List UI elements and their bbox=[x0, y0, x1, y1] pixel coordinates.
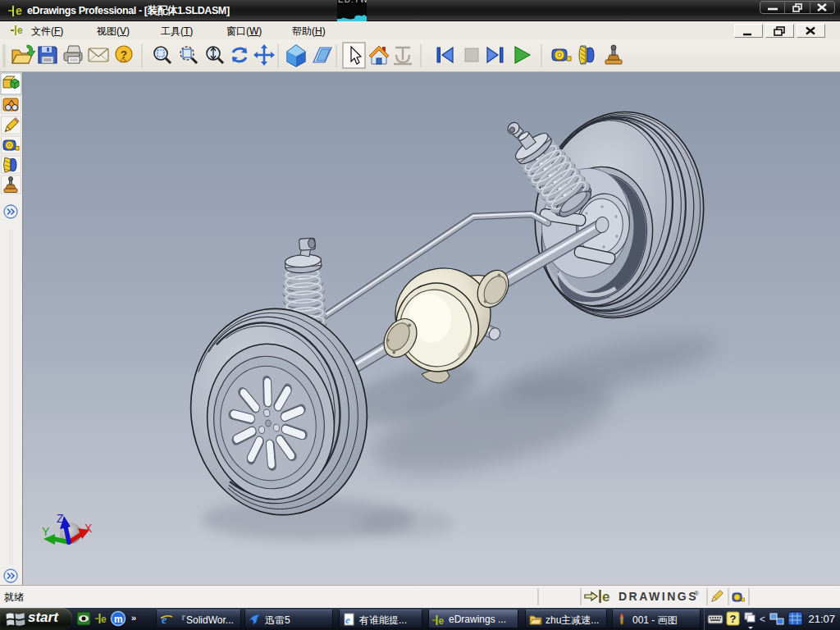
svg-text:e: e bbox=[101, 614, 107, 625]
svg-text:X: X bbox=[84, 522, 93, 535]
svg-text:?: ? bbox=[121, 48, 127, 61]
svg-text:®: ® bbox=[694, 590, 699, 597]
svg-text:e: e bbox=[17, 25, 23, 36]
svg-text:»: » bbox=[131, 613, 136, 623]
svg-text:e: e bbox=[345, 614, 350, 626]
svg-text:<: < bbox=[760, 614, 765, 625]
svg-text:e: e bbox=[602, 589, 609, 605]
svg-text:m: m bbox=[114, 614, 123, 625]
svg-text:e: e bbox=[16, 4, 22, 17]
svg-text:Z: Z bbox=[57, 512, 64, 525]
svg-text:e: e bbox=[439, 615, 445, 627]
svg-text:DRAWINGS: DRAWINGS bbox=[619, 590, 698, 603]
svg-text:?: ? bbox=[730, 613, 737, 625]
svg-text:Y: Y bbox=[42, 525, 50, 538]
